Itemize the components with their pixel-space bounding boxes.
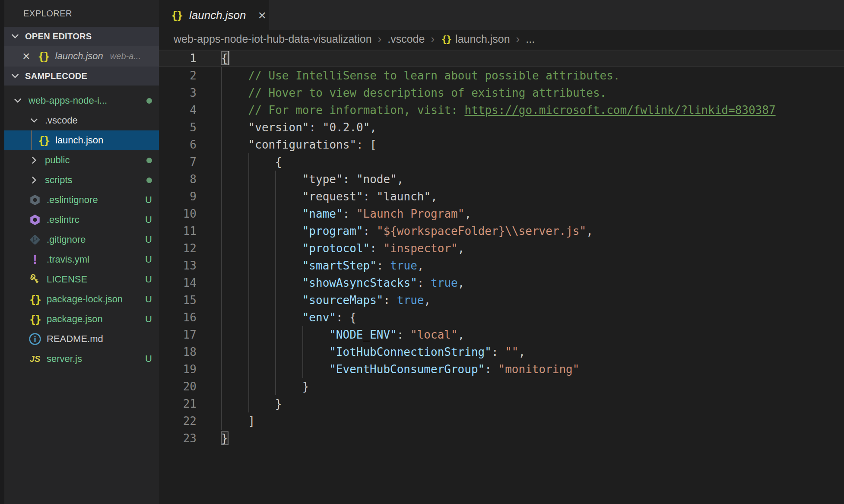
line-content: { — [197, 50, 229, 67]
code-token: "local" — [410, 328, 458, 341]
code-line-9[interactable]: 9"request": "launch", — [159, 188, 844, 205]
code-line-10[interactable]: 10"name": "Launch Program", — [159, 205, 844, 222]
line-content: } — [197, 430, 228, 447]
explorer-title: EXPLORER — [4, 0, 159, 27]
tree-item-readme-md[interactable]: README.md — [4, 329, 159, 349]
tree-item-label: scripts — [45, 174, 73, 186]
line-number: 19 — [159, 361, 197, 378]
tree-item-server-js[interactable]: JSserver.jsU — [4, 349, 159, 369]
code-line-23[interactable]: 23} — [159, 430, 844, 447]
line-content: "configurations": [ — [197, 136, 377, 153]
code-line-14[interactable]: 14"showAsyncStacks": true, — [159, 274, 844, 292]
tree-item-label: launch.json — [55, 135, 103, 146]
code-line-1[interactable]: 1{ — [159, 50, 844, 67]
tree-item-scripts[interactable]: scripts — [4, 170, 159, 190]
git-modified-dot — [146, 178, 152, 183]
line-content: "smartStep": true, — [197, 257, 424, 274]
chevron-right-icon — [29, 155, 40, 166]
line-number: 16 — [159, 309, 197, 326]
tree-item-vscode[interactable]: .vscode — [4, 111, 159, 130]
breadcrumb-item[interactable]: .vscode — [387, 33, 425, 45]
code-line-19[interactable]: 19"EventHubConsumerGroup": "monitoring" — [159, 361, 844, 378]
tree-item-license[interactable]: LICENSEU — [4, 269, 159, 289]
code-token: : { — [336, 311, 356, 324]
line-number: 10 — [159, 205, 197, 222]
activity-bar-edge — [0, 0, 4, 504]
indent-guides — [221, 101, 248, 119]
link-token[interactable]: https://go.microsoft.com/fwlink/?linkid=… — [465, 104, 776, 117]
code-line-20[interactable]: 20} — [159, 378, 844, 395]
breadcrumb-item[interactable]: ... — [526, 33, 535, 45]
travis-exclamation-icon: ! — [29, 253, 41, 266]
breadcrumb: web-apps-node-iot-hub-data-visualization… — [159, 30, 844, 48]
git-untracked-badge: U — [145, 274, 152, 285]
code-line-12[interactable]: 12"protocol": "inspector", — [159, 240, 844, 257]
tree-item-package-json[interactable]: {}package.jsonU — [4, 309, 159, 329]
code-token: // For more information, visit: — [248, 104, 465, 117]
code-token: { — [275, 155, 282, 168]
code-token: "NODE_ENV" — [329, 328, 397, 341]
code-line-4[interactable]: 4// For more information, visit: https:/… — [159, 101, 844, 119]
code-token: } — [302, 380, 309, 393]
tree-item-web-apps-node-i[interactable]: web-apps-node-i... — [4, 91, 159, 111]
indent-guides — [221, 153, 275, 171]
code-line-5[interactable]: 5"version": "0.2.0", — [159, 119, 844, 136]
line-content: "NODE_ENV": "local", — [197, 326, 464, 343]
indent-guides — [221, 119, 248, 136]
indent-guides — [221, 84, 248, 101]
code-line-2[interactable]: 2// Use IntelliSense to learn about poss… — [159, 67, 844, 84]
json-braces-icon: {} — [29, 293, 41, 306]
code-token: : — [417, 276, 431, 289]
line-content: } — [197, 395, 282, 412]
line-content: "EventHubConsumerGroup": "monitoring" — [197, 361, 579, 378]
git-modified-dot — [146, 98, 152, 104]
open-editors-header[interactable]: OPEN EDITORS — [4, 27, 159, 46]
code-line-7[interactable]: 7{ — [159, 153, 844, 171]
code-editor[interactable]: 1{2// Use IntelliSense to learn about po… — [159, 48, 844, 504]
tree-item-eslintrc[interactable]: .eslintrcU — [4, 210, 159, 230]
code-line-3[interactable]: 3// Hover to view descriptions of existi… — [159, 84, 844, 101]
line-number: 5 — [159, 119, 197, 136]
tab-launch-json[interactable]: {} launch.json × — [159, 0, 269, 30]
line-content: "sourceMaps": true, — [197, 292, 431, 309]
tab-close-icon[interactable]: × — [258, 8, 267, 22]
code-line-13[interactable]: 13"smartStep": true, — [159, 257, 844, 274]
open-editor-description: web-a... — [110, 51, 141, 61]
tree-item-label: .gitignore — [47, 234, 86, 245]
open-editor-item-launch-json[interactable]: × {} launch.json web-a... — [4, 46, 159, 67]
json-braces-icon: {} — [37, 134, 50, 147]
open-editors-label: OPEN EDITORS — [25, 32, 92, 41]
close-icon[interactable]: × — [22, 50, 30, 63]
code-line-18[interactable]: 18"IotHubConnectionString": "", — [159, 343, 844, 361]
git-untracked-badge: U — [145, 194, 152, 206]
code-token: , — [458, 328, 465, 341]
code-line-17[interactable]: 17"NODE_ENV": "local", — [159, 326, 844, 343]
code-line-15[interactable]: 15"sourceMaps": true, — [159, 292, 844, 309]
tree-item-package-lock-json[interactable]: {}package-lock.jsonU — [4, 289, 159, 309]
code-token: "showAsyncStacks" — [302, 276, 417, 289]
tree-item-label: package-lock.json — [47, 294, 123, 305]
code-line-8[interactable]: 8"type": "node", — [159, 171, 844, 188]
code-line-21[interactable]: 21} — [159, 395, 844, 412]
tree-item-gitignore[interactable]: .gitignoreU — [4, 230, 159, 250]
code-token: "version": "0.2.0", — [248, 121, 377, 134]
project-section-header[interactable]: SAMPLECODE — [4, 67, 159, 86]
tree-item-launch-json[interactable]: {}launch.json — [4, 130, 159, 150]
breadcrumb-item[interactable]: launch.json — [455, 33, 510, 45]
explorer-sections: OPEN EDITORS × {} launch.json web-a... S… — [4, 27, 159, 86]
code-line-16[interactable]: 16"env": { — [159, 309, 844, 326]
code-line-22[interactable]: 22] — [159, 412, 844, 430]
git-modified-dot — [146, 158, 152, 163]
tree-item-label: package.json — [47, 314, 103, 325]
code-line-6[interactable]: 6"configurations": [ — [159, 136, 844, 153]
breadcrumb-item[interactable]: web-apps-node-iot-hub-data-visualization — [174, 33, 372, 45]
code-token: : — [363, 225, 377, 238]
tree-item-eslintignore[interactable]: .eslintignoreU — [4, 190, 159, 210]
tree-item-travis-yml[interactable]: !.travis.ymlU — [4, 250, 159, 269]
code-line-11[interactable]: 11"program": "${workspaceFolder}\\server… — [159, 222, 844, 240]
code-token: , — [458, 242, 465, 255]
tree-item-public[interactable]: public — [4, 150, 159, 170]
json-braces-icon: {} — [29, 313, 41, 326]
open-editor-filename: launch.json — [55, 51, 103, 62]
line-number: 14 — [159, 274, 197, 292]
